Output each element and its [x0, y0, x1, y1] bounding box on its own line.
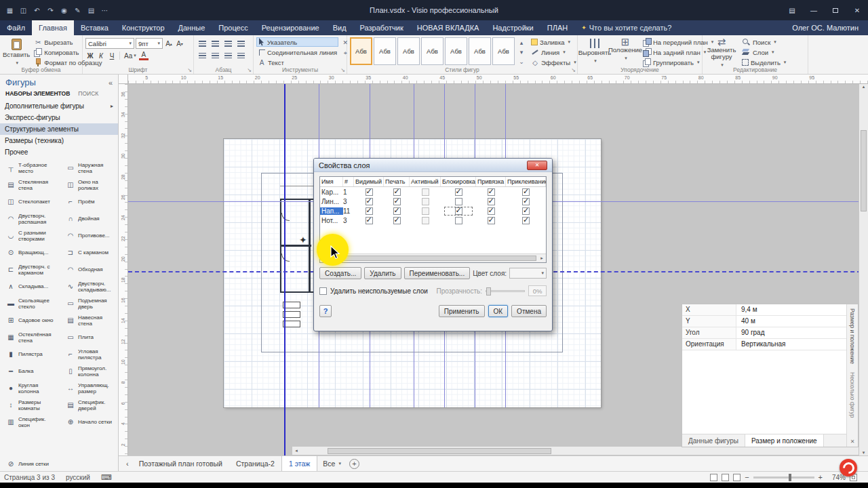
- checkbox-lock[interactable]: [455, 217, 462, 224]
- align-top-button[interactable]: [197, 51, 208, 61]
- layer-row[interactable]: Лин... 3: [320, 197, 546, 206]
- property-row[interactable]: Y 40 м: [682, 316, 846, 327]
- select-button[interactable]: Выделить▾: [741, 58, 787, 67]
- checkbox-lock[interactable]: [455, 188, 462, 196]
- fill-button[interactable]: Заливка▾: [530, 37, 578, 47]
- language-indicator[interactable]: русский: [66, 474, 90, 481]
- page-nav-icon[interactable]: ‹: [123, 460, 132, 468]
- ribbon-tab[interactable]: ПЛАН: [540, 20, 574, 35]
- zoom-slider-thumb[interactable]: [789, 474, 791, 481]
- stencil-item[interactable]: Размеры (техника): [0, 135, 118, 146]
- tab-shape-search[interactable]: ПОИСК: [78, 90, 98, 97]
- scroll-left-icon[interactable]: ◂: [292, 448, 300, 453]
- shape-item[interactable]: ⊏Двустворч. с карманом: [0, 261, 60, 278]
- scrollbar-thumb[interactable]: [330, 256, 536, 261]
- page-tab[interactable]: Страница-2: [229, 456, 281, 471]
- remove-unused-checkbox[interactable]: [319, 287, 327, 295]
- change-case-button[interactable]: Аа▾: [123, 51, 138, 60]
- zoom-slider[interactable]: [753, 476, 814, 479]
- shape-style-tile[interactable]: Абв: [469, 37, 491, 65]
- redo-icon[interactable]: ↷: [44, 4, 57, 16]
- ribbon-tab[interactable]: Надстройки: [486, 20, 540, 35]
- paste-button[interactable]: Вставить ▾: [3, 37, 30, 67]
- scroll-right-icon[interactable]: ▸: [538, 256, 546, 261]
- shape-item[interactable]: ◠Обходная: [60, 261, 119, 278]
- scrollbar-thumb[interactable]: [861, 130, 867, 211]
- bold-button[interactable]: Ж: [85, 51, 95, 60]
- shape-item[interactable]: ▦Остеклённая стена: [0, 329, 60, 346]
- layers-button[interactable]: Слои▾: [741, 47, 787, 57]
- zoom-in-icon[interactable]: +: [818, 473, 823, 481]
- shape-item[interactable]: ⊘Линия сетки: [0, 458, 118, 471]
- property-row[interactable]: Угол 90 град: [682, 327, 846, 339]
- layer-name[interactable]: Нот...: [320, 217, 343, 224]
- styles-scroll-up-icon[interactable]: ▴: [517, 39, 526, 47]
- styles-scroll-down-icon[interactable]: ▾: [517, 48, 526, 56]
- ribbon-tab[interactable]: Вид: [326, 20, 353, 35]
- page-tab[interactable]: Поэтажный план готовый: [132, 456, 229, 471]
- slider-thumb[interactable]: [486, 287, 491, 296]
- transparency-slider[interactable]: [486, 290, 525, 292]
- vertical-scrollbar[interactable]: ▴ ▾: [859, 84, 868, 455]
- view-switch-icon[interactable]: [733, 474, 741, 481]
- tell-me-box[interactable]: ✦ Что вы хотите сделать?: [574, 20, 678, 35]
- shape-style-tile[interactable]: Абв: [397, 37, 420, 65]
- checkbox-lock[interactable]: [455, 207, 462, 215]
- grow-font-button[interactable]: А▴: [164, 39, 174, 48]
- checkbox-print[interactable]: [393, 207, 401, 215]
- ribbon-tab[interactable]: Конструктор: [115, 20, 172, 35]
- bullets-button[interactable]: [235, 39, 247, 49]
- tab-size-position[interactable]: Размер и положение: [745, 434, 824, 447]
- shape-item[interactable]: ⊞Садовое окно: [0, 312, 60, 329]
- view-normal-icon[interactable]: [710, 474, 717, 481]
- shape-item[interactable]: ∩Двойная: [60, 210, 119, 227]
- align-left-button[interactable]: [197, 39, 208, 49]
- shape-item[interactable]: ▤Стеклянная стена: [0, 176, 60, 193]
- tab-stencil-sets[interactable]: НАБОРЫ ЭЛЕМЕНТОВ: [5, 90, 70, 97]
- collapse-panel-icon[interactable]: «: [108, 79, 113, 87]
- change-shape-button[interactable]: ⇄Заменить фигуру▾: [705, 37, 738, 68]
- apply-button[interactable]: Применить: [439, 305, 485, 317]
- shape-item[interactable]: ∿Двустворч. складываю...: [60, 278, 119, 295]
- checkbox-visible[interactable]: [366, 198, 373, 205]
- line-button[interactable]: Линия▾: [530, 47, 578, 57]
- effects-button[interactable]: ◇Эффекты▾: [530, 58, 578, 67]
- shape-item[interactable]: ⌐Угловая пилястра: [60, 346, 119, 363]
- table-scrollbar[interactable]: ◂ ▸: [320, 253, 546, 262]
- layer-row[interactable]: Нот... 3: [320, 216, 546, 225]
- shape-item[interactable]: ▤Навесная стена: [60, 312, 119, 329]
- shape-item[interactable]: ━Балка: [0, 363, 60, 380]
- panel-close-icon[interactable]: ✕: [850, 439, 855, 445]
- position-button[interactable]: ⊞Положение▾: [611, 37, 639, 67]
- stencil-item[interactable]: Структурные элементы: [0, 123, 118, 135]
- checkbox-active[interactable]: [422, 207, 429, 215]
- checkbox-active[interactable]: [422, 188, 429, 196]
- checkbox-snap[interactable]: [488, 188, 495, 196]
- dialog-close-button[interactable]: ✕: [527, 161, 547, 170]
- shape-style-tile[interactable]: Абв: [445, 37, 467, 65]
- checkbox-visible[interactable]: [366, 217, 373, 224]
- checkbox-print[interactable]: [393, 198, 401, 205]
- align-bottom-button[interactable]: [222, 51, 234, 61]
- layer-name[interactable]: Нап...: [320, 207, 343, 215]
- checkbox-glue[interactable]: [522, 207, 530, 215]
- delete-layer-button[interactable]: Удалить: [364, 267, 401, 279]
- create-layer-button[interactable]: Создать...: [319, 267, 361, 279]
- shape-style-tile[interactable]: Абв: [421, 37, 443, 65]
- app-icon[interactable]: ▦: [3, 4, 16, 16]
- shape-item[interactable]: ▮Пилястра: [0, 346, 60, 363]
- shape-item[interactable]: ◫Стеклопакет: [0, 193, 60, 210]
- ribbon-tab[interactable]: Данные: [172, 20, 212, 35]
- close-button[interactable]: ✕: [846, 0, 868, 20]
- underline-button[interactable]: Ч: [107, 51, 117, 60]
- ribbon-tab[interactable]: Главная: [32, 20, 74, 35]
- checkbox-visible[interactable]: [366, 188, 373, 196]
- horizontal-scrollbar[interactable]: ◂ ▸: [292, 446, 868, 455]
- stencil-item[interactable]: Прочее: [0, 146, 118, 158]
- shape-style-tile[interactable]: Абв: [374, 37, 396, 65]
- ribbon-tab[interactable]: Разработчик: [353, 20, 410, 35]
- cancel-button[interactable]: Отмена: [511, 305, 547, 317]
- guide-vertical-main[interactable]: [284, 84, 285, 455]
- layer-name[interactable]: Кар...: [320, 188, 343, 196]
- ribbon-tab[interactable]: Файл: [0, 20, 32, 35]
